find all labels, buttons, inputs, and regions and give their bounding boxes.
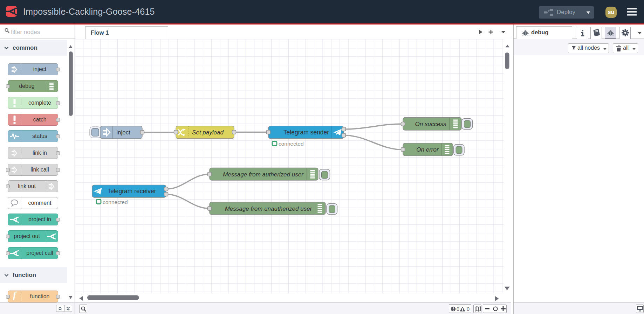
svg-text:connected: connected [279,141,304,147]
svg-text:Telegram sender: Telegram sender [283,129,329,136]
svg-text:Set payload: Set payload [192,129,224,136]
svg-text:connected: connected [103,199,128,205]
svg-text:Message from unautherized user: Message from unautherized user [225,205,313,212]
svg-text:Telegram receiver: Telegram receiver [107,188,156,195]
svg-text:0: 0 [467,306,470,312]
svg-text:On error: On error [416,146,439,153]
svg-text:Message from autherized user: Message from autherized user [223,171,304,178]
svg-text:0: 0 [457,306,459,312]
svg-text:On success: On success [415,121,446,127]
svg-text:inject: inject [116,129,130,136]
